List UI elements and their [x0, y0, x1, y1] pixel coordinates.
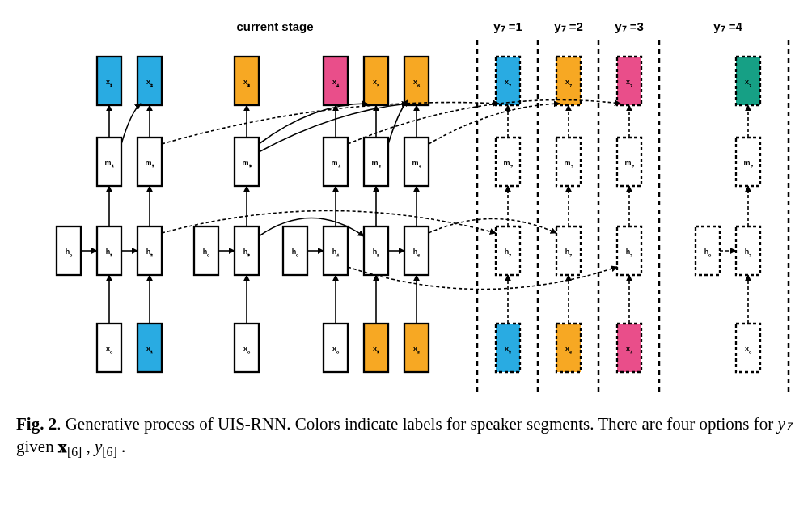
h0-b: h₀	[194, 226, 218, 275]
m-c5: m₅	[364, 138, 388, 186]
h-c4: h₄	[324, 226, 348, 275]
header-current-stage: current stage	[236, 19, 313, 33]
h-c6: h₆	[404, 226, 429, 275]
caption-y-sub: [6]	[102, 446, 116, 459]
xtop-c7d: x₇	[736, 57, 760, 105]
xbot-c4: x₀	[324, 324, 348, 372]
xtop-c3: x₃	[235, 57, 259, 105]
curve-arrow	[259, 104, 367, 144]
h0-c: h₀	[283, 226, 307, 275]
h-c7a: h₇	[496, 226, 520, 275]
caption-y: y	[95, 437, 102, 456]
figure-caption: Fig. 2. Generative process of UIS-RNN. C…	[16, 413, 793, 461]
curve-arrow	[429, 104, 560, 144]
xtop-c7b: x₇	[556, 57, 581, 105]
h-c7d: h₇	[736, 226, 760, 275]
xbot-c3: x₀	[235, 324, 259, 372]
caption-text: . Generative process of UIS-RNN. Colors …	[57, 414, 777, 434]
m-c6: m₆	[404, 138, 429, 186]
xbot-c7c: x₄	[617, 324, 641, 372]
xtop-c5: x₅	[364, 57, 388, 105]
m-c7c: m₇	[617, 138, 641, 186]
caption-period: .	[117, 437, 126, 456]
xbot-c2: x₁	[137, 324, 162, 372]
xbot-c5: x₃	[364, 324, 388, 372]
m-c7a: m₇	[496, 138, 520, 186]
h-c1: h₁	[97, 226, 121, 275]
xtop-c4: x₄	[324, 57, 348, 105]
m-c2: m₂	[137, 138, 162, 186]
xbot-c6: x₅	[404, 324, 429, 372]
xbot-c1: x₀	[97, 324, 121, 372]
header-y7-4: y₇ =4	[713, 19, 742, 33]
header-y7-3: y₇ =3	[615, 19, 644, 33]
caption-y7: y₇	[777, 414, 791, 434]
header-y7-1: y₇ =1	[493, 19, 522, 33]
h-c3: h₃	[235, 226, 259, 275]
caption-x: 𝐱	[58, 437, 67, 456]
h0-d: h₀	[696, 226, 720, 275]
m-c3: m₃	[235, 138, 259, 186]
xbot-c7d: x₀	[736, 324, 760, 372]
h-c5: h₅	[364, 226, 388, 275]
xtop-c6: x₆	[404, 57, 429, 105]
h-c7b: h₇	[556, 226, 581, 275]
caption-given: given	[16, 437, 58, 456]
xbot-c7b: x₆	[556, 324, 581, 372]
diagram-svg: current stage y₇ =1 y₇ =2 y₇ =3 y₇ =4 x₁…	[16, 16, 793, 404]
xtop-c7a: x₇	[496, 57, 520, 105]
m-c7d: m₇	[736, 138, 760, 186]
header-y7-2: y₇ =2	[554, 19, 583, 33]
h-c7c: h₇	[617, 226, 641, 275]
xtop-c2: x₂	[137, 57, 162, 105]
caption-x-sub: [6]	[67, 446, 82, 459]
uis-rnn-diagram: current stage y₇ =1 y₇ =2 y₇ =3 y₇ =4 x₁…	[16, 16, 793, 404]
h0-a: h₀	[57, 226, 81, 275]
xbot-c7a: x₂	[496, 324, 520, 372]
m-c4: m₄	[324, 138, 348, 186]
caption-comma: ,	[82, 437, 95, 456]
xtop-c1: x₁	[97, 57, 121, 105]
xtop-c7c: x₇	[617, 57, 641, 105]
h-c2: h₂	[137, 226, 162, 275]
m-c1: m₁	[97, 138, 121, 186]
m-c7b: m₇	[556, 138, 581, 186]
fig-label: Fig. 2	[16, 414, 57, 434]
